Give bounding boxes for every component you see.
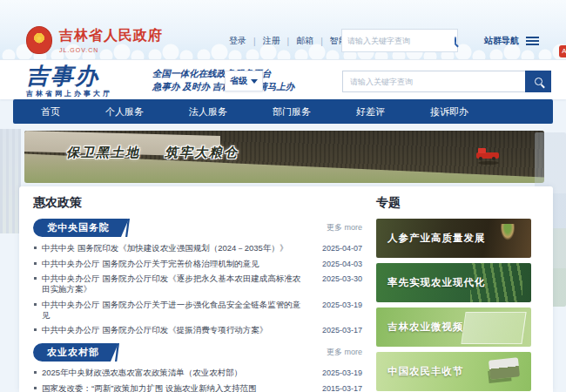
search-icon[interactable] <box>455 37 456 44</box>
section-badge-ministry: 农业农村部 <box>33 343 118 362</box>
slogan-part2: 筑牢大粮仓 <box>165 145 239 159</box>
bullet-icon <box>34 371 37 374</box>
jishiban-logo[interactable]: 吉事办 吉林省网上办事大厅 <box>26 64 112 98</box>
content-panel: 惠农政策 党中央国务院 更多 more 中共中央 国务院印发《加快建设农业强国规… <box>19 186 553 392</box>
news-link[interactable]: 国家发改委：“两新”政策加力扩围 设施农业新纳入支持范围 <box>42 383 313 392</box>
platform-tagline: 全国一体化在线政务服务平台 急事办 及时办 吉林人的事情马上办 <box>152 67 294 93</box>
news-item[interactable]: 中共中央办公厅 国务院办公厅印发《提振消费专项行动方案》 2025-03-17 <box>33 325 362 335</box>
news-date: 2025-03-30 <box>313 274 362 284</box>
register-link[interactable]: 注册 <box>256 35 287 47</box>
top-search-input[interactable] <box>342 37 455 45</box>
news-link[interactable]: 中共中央办公厅 国务院办公厅印发《逐步把永久基本农田建成高标准农田实施方案》 <box>42 274 313 294</box>
nav-complaint-handling[interactable]: 接诉即办 <box>430 105 468 118</box>
site-brand[interactable]: 吉林省人民政府 JL.GOV.CN <box>26 26 163 54</box>
top-header: 吉林省人民政府 JL.GOV.CN 登录|注册|邮箱|智能问答 站群导航 A <box>0 0 566 59</box>
news-item[interactable]: 中共中央办公厅 国务院办公厅印发《逐步把永久基本农田建成高标准农田实施方案》 2… <box>33 274 362 294</box>
banner-slogan: 保卫黑土地筑牢大粮仓 <box>66 145 239 161</box>
topic-card-label: 中国农民丰收节 <box>376 365 464 378</box>
search-icon <box>535 78 542 85</box>
news-item[interactable]: 2025年中央财政强农惠农富农政策清单（农业农村部） 2025-03-19 <box>33 368 362 378</box>
news-date: 2025-03-19 <box>313 368 362 378</box>
tagline-line2: 急事办 及时办 吉林人的事情马上办 <box>152 80 294 93</box>
news-date: 2025-03-17 <box>313 325 362 335</box>
news-list-central: 中共中央 国务院印发《加快建设农业强国规划（2024－2035年）》 2025-… <box>33 243 362 335</box>
topic-card-label: 人参产业高质量发展 <box>376 232 486 245</box>
news-item[interactable]: 国家发改委：“两新”政策加力扩围 设施农业新纳入支持范围 2015-03-17 <box>33 383 362 392</box>
menu-icon <box>526 35 539 47</box>
nav-legal-entity-services[interactable]: 法人服务 <box>189 105 227 118</box>
nav-department-services[interactable]: 部门服务 <box>273 105 311 118</box>
news-date: 2025-04-03 <box>313 259 362 269</box>
site-domain: JL.GOV.CN <box>59 47 163 53</box>
nav-home[interactable]: 首页 <box>41 105 60 118</box>
accessibility-label: A <box>562 47 566 55</box>
level-select-dropdown[interactable]: 省级 <box>225 71 263 91</box>
site-name[interactable]: 吉林省人民政府 <box>59 27 163 45</box>
bullet-icon <box>34 303 37 306</box>
news-date: 2025-03-19 <box>313 300 362 310</box>
topics-column-title: 专题 <box>376 195 531 211</box>
news-list-ministry: 2025年中央财政强农惠农富农政策清单（农业农村部） 2025-03-19 国家… <box>33 368 362 392</box>
news-link[interactable]: 2025年中央财政强农惠农富农政策清单（农业农村部） <box>42 368 313 378</box>
top-search <box>341 29 458 52</box>
bullet-icon <box>34 277 37 280</box>
bullet-icon <box>34 247 37 249</box>
national-emblem-icon <box>26 26 52 54</box>
tagline-line1: 全国一体化在线政务服务平台 <box>152 67 294 80</box>
topic-card-ginseng[interactable]: 人参产业高质量发展 <box>376 219 531 258</box>
more-link[interactable]: 更多 more <box>327 222 362 233</box>
section-header: 党中央国务院 更多 more <box>33 219 362 237</box>
more-link[interactable]: 更多 more <box>327 347 362 358</box>
nav-personal-services[interactable]: 个人服务 <box>105 105 144 118</box>
level-select-value: 省级 <box>230 75 247 87</box>
logo-title[interactable]: 吉事办 <box>26 64 112 88</box>
logo-subtitle: 吉林省网上办事大厅 <box>26 89 112 98</box>
news-link[interactable]: 中共中央办公厅 国务院办公厅印发《提振消费专项行动方案》 <box>42 325 313 335</box>
bullet-icon <box>34 262 37 265</box>
city-sketch-watermark <box>0 129 21 233</box>
accessibility-widget[interactable]: A <box>559 45 566 57</box>
news-link[interactable]: 中共中央 国务院印发《加快建设农业强国规划（2024－2035年）》 <box>42 243 313 253</box>
chevron-down-icon <box>251 79 258 84</box>
bullet-icon <box>34 328 37 331</box>
topic-card-agriculture-modernization[interactable]: 率先实现农业现代化 <box>376 263 531 302</box>
slogan-part1: 保卫黑土地 <box>66 145 140 159</box>
topic-card-micro-video[interactable]: 吉林农业微视频 <box>376 308 531 347</box>
tractor-icon <box>476 150 499 160</box>
mail-link[interactable]: 邮箱 <box>289 35 320 47</box>
black-soil-banner[interactable]: 保卫黑土地筑牢大粮仓 <box>24 131 544 183</box>
site-group-nav-label: 站群导航 <box>484 35 519 47</box>
policy-column: 惠农政策 党中央国务院 更多 more 中共中央 国务院印发《加快建设农业强国规… <box>33 195 362 392</box>
topic-card-label: 率先实现农业现代化 <box>376 276 486 289</box>
section-badge-central: 党中央国务院 <box>33 219 129 237</box>
news-item[interactable]: 中共中央办公厅 国务院办公厅关于完善价格治理机制的意见 2025-04-03 <box>33 259 362 269</box>
news-item[interactable]: 中共中央办公厅 国务院办公厅关于进一步强化食品安全全链条监管的意见 2025-0… <box>33 300 362 321</box>
service-search <box>342 71 551 92</box>
news-link[interactable]: 中共中央办公厅 国务院办公厅关于进一步强化食品安全全链条监管的意见 <box>42 300 313 321</box>
section-header: 农业农村部 更多 more <box>33 343 362 362</box>
nav-rating[interactable]: 好差评 <box>356 105 385 118</box>
topics-column: 专题 人参产业高质量发展 率先实现农业现代化 吉林农业微视频 中国农民丰收节 <box>376 195 531 392</box>
news-date: 2025-04-07 <box>313 243 362 253</box>
main-navigation: 首页 个人服务 法人服务 部门服务 好差评 接诉即办 <box>13 99 553 124</box>
page: { "colors": { "navy": "#1b4a8e", "brand_… <box>0 0 566 392</box>
login-link[interactable]: 登录 <box>222 35 253 47</box>
service-header: 吉事办 吉林省网上办事大厅 全国一体化在线政务服务平台 急事办 及时办 吉林人的… <box>0 59 566 99</box>
news-link[interactable]: 中共中央办公厅 国务院办公厅关于完善价格治理机制的意见 <box>42 259 313 269</box>
bullet-icon <box>34 387 37 389</box>
news-date: 2015-03-17 <box>313 383 362 392</box>
site-group-nav-button[interactable]: 站群导航 <box>484 35 539 47</box>
news-item[interactable]: 中共中央 国务院印发《加快建设农业强国规划（2024－2035年）》 2025-… <box>33 243 362 253</box>
policy-column-title: 惠农政策 <box>33 195 362 211</box>
service-search-input[interactable] <box>342 71 525 92</box>
topic-card-harvest-festival[interactable]: 中国农民丰收节 <box>376 352 531 391</box>
search-button[interactable] <box>525 71 551 92</box>
topic-card-label: 吉林农业微视频 <box>376 321 464 334</box>
